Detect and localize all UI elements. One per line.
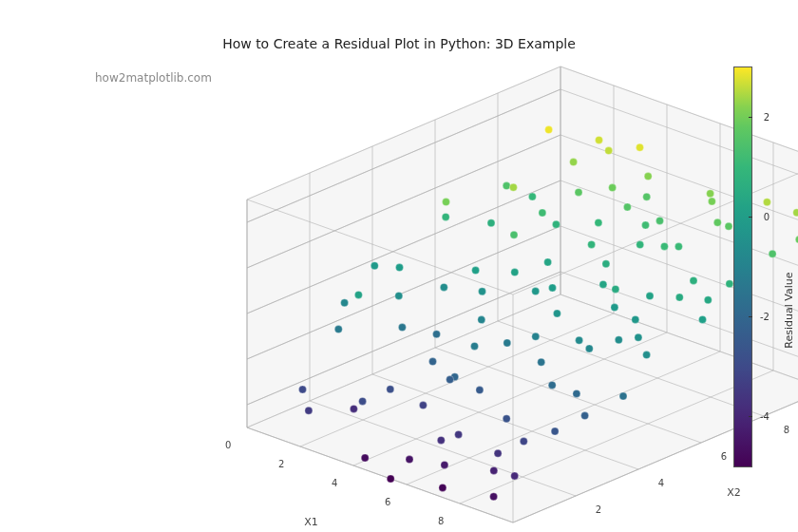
scatter-point (396, 264, 404, 272)
scatter-point (299, 386, 307, 393)
scatter-point (334, 326, 342, 333)
scatter-point (443, 199, 450, 206)
scatter-point (595, 218, 602, 226)
scatter-point (656, 217, 664, 224)
scatter-point (350, 405, 357, 412)
x-tick: 8 (438, 516, 444, 526)
colorbar-tick: 2 (764, 111, 770, 122)
chart-title: How to Create a Residual Plot in Python:… (0, 36, 798, 51)
scatter-point (605, 147, 613, 155)
scatter-point (585, 345, 593, 352)
scatter-point (643, 352, 651, 359)
figure: How to Create a Residual Plot in Python:… (0, 0, 798, 532)
colorbar-tick-line (749, 217, 752, 218)
scatter-point (570, 159, 578, 166)
scatter-point (725, 222, 732, 230)
scatter-point (528, 193, 536, 200)
scatter-point (520, 438, 527, 446)
scatter-point (490, 466, 498, 474)
scatter-point (442, 213, 449, 220)
scatter-point (660, 242, 668, 250)
scatter-point (599, 280, 607, 288)
scatter-point (441, 461, 448, 468)
colorbar-tick-line (749, 316, 752, 317)
colorbar-tick: 0 (764, 211, 770, 221)
scatter-point (632, 315, 639, 323)
scatter-point (708, 198, 715, 205)
scatter-point (636, 241, 644, 249)
scatter-point (551, 428, 559, 435)
scatter-point (581, 412, 589, 420)
colorbar-tick-line (749, 416, 752, 417)
scatter-point (439, 484, 446, 491)
scatter-point (615, 336, 622, 344)
scatter-point (575, 188, 582, 196)
colorbar (733, 66, 752, 467)
scatter-point (704, 296, 712, 304)
scatter-point (674, 243, 682, 251)
colorbar-tick: -4 (760, 410, 770, 421)
scatter-point (354, 291, 362, 298)
scatter-point (446, 376, 454, 384)
scatter-point (713, 218, 721, 226)
scatter-point (573, 390, 580, 397)
scatter-point (387, 386, 394, 393)
x-axis-label: X1 (304, 516, 318, 528)
axes-3d: 02468100246810-4-2024X1X2Residuals (95, 66, 627, 484)
scatter-point (623, 203, 631, 211)
scatter-point (511, 472, 519, 480)
scatter-point (370, 262, 378, 270)
scatter-point (472, 267, 480, 275)
scatter-point (361, 454, 369, 462)
scatter-point (504, 339, 511, 347)
scatter-point (552, 220, 560, 228)
scatter-point (359, 397, 367, 405)
scatter-point (538, 358, 545, 366)
scatter-point (612, 285, 619, 293)
scatter-point (510, 231, 518, 238)
scatter-point (553, 310, 560, 317)
scatter-point (602, 260, 610, 268)
scatter-point (419, 402, 427, 409)
scatter-point (478, 316, 485, 324)
scatter-point (635, 333, 642, 341)
scatter-point (476, 387, 484, 394)
scatter-point (643, 193, 651, 200)
scatter-point (726, 280, 733, 288)
scatter-point (596, 136, 603, 143)
scatter-point (769, 250, 776, 257)
scatter-point (544, 258, 552, 266)
scatter-point (532, 288, 540, 295)
scatter-point (305, 407, 313, 414)
scatter-point (503, 182, 510, 190)
scatter-point (398, 324, 406, 332)
scatter-point (549, 284, 557, 292)
scatter-point (707, 190, 714, 198)
scatter-point (387, 475, 394, 483)
scatter-point (690, 276, 697, 284)
scatter-point (511, 269, 519, 276)
scatter-point (609, 184, 617, 192)
scatter-point (341, 299, 349, 307)
scatter-point (509, 183, 517, 191)
y-tick: 8 (784, 425, 789, 435)
scatter-point (636, 143, 644, 151)
x-tick: 6 (385, 497, 390, 507)
scatter-point (539, 209, 546, 217)
scatter-point (588, 240, 596, 248)
x-tick: 2 (278, 459, 284, 469)
scatter-point (406, 456, 413, 464)
colorbar-tick: -2 (760, 311, 770, 321)
scatter-point (675, 294, 683, 301)
scatter-point (644, 173, 652, 180)
scatter-point (576, 336, 583, 344)
scatter-point (455, 430, 463, 438)
scatter-point (490, 493, 498, 501)
x-tick: 4 (332, 478, 337, 488)
scatter-point (548, 381, 556, 389)
scatter-point (479, 288, 486, 295)
y-tick: 2 (596, 504, 601, 515)
y-tick: 4 (658, 478, 664, 488)
scatter-point (494, 449, 502, 457)
scatter-point (487, 219, 495, 227)
